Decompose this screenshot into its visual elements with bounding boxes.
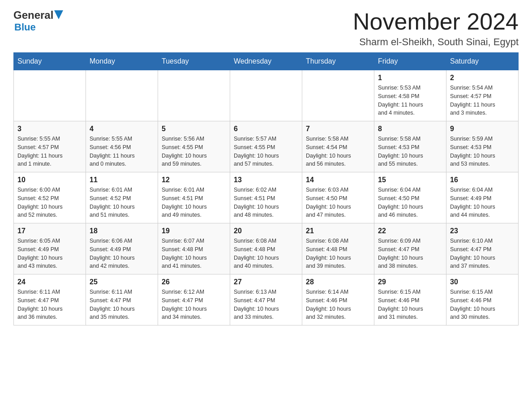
day-info: Sunrise: 6:06 AMSunset: 4:49 PMDaylight:… bbox=[90, 237, 154, 270]
day-number: 10 bbox=[17, 176, 82, 184]
day-info: Sunrise: 5:54 AMSunset: 4:57 PMDaylight:… bbox=[450, 84, 515, 117]
calendar-week-1: 1Sunrise: 5:53 AMSunset: 4:58 PMDaylight… bbox=[14, 70, 519, 121]
header-day-tuesday: Tuesday bbox=[158, 53, 230, 70]
title-section: November 2024 Sharm el-Sheikh, South Sin… bbox=[353, 9, 519, 48]
header-day-saturday: Saturday bbox=[446, 53, 519, 70]
day-info: Sunrise: 6:04 AMSunset: 4:49 PMDaylight:… bbox=[450, 186, 515, 219]
calendar-cell: 23Sunrise: 6:10 AMSunset: 4:47 PMDayligh… bbox=[446, 223, 519, 274]
page-title: November 2024 bbox=[353, 9, 519, 34]
day-info: Sunrise: 6:07 AMSunset: 4:48 PMDaylight:… bbox=[162, 237, 226, 270]
svg-marker-0 bbox=[54, 10, 63, 19]
day-number: 4 bbox=[90, 125, 154, 133]
day-info: Sunrise: 5:56 AMSunset: 4:55 PMDaylight:… bbox=[162, 135, 226, 168]
day-number: 28 bbox=[306, 278, 370, 286]
day-number: 7 bbox=[306, 125, 370, 133]
calendar-cell: 21Sunrise: 6:08 AMSunset: 4:48 PMDayligh… bbox=[302, 223, 374, 274]
calendar-cell: 1Sunrise: 5:53 AMSunset: 4:58 PMDaylight… bbox=[374, 70, 446, 121]
calendar-cell bbox=[230, 70, 302, 121]
day-info: Sunrise: 6:05 AMSunset: 4:49 PMDaylight:… bbox=[17, 237, 82, 270]
day-number: 19 bbox=[162, 227, 226, 235]
day-info: Sunrise: 5:57 AMSunset: 4:55 PMDaylight:… bbox=[234, 135, 298, 168]
header-day-wednesday: Wednesday bbox=[230, 53, 302, 70]
day-info: Sunrise: 6:10 AMSunset: 4:47 PMDaylight:… bbox=[450, 237, 515, 270]
calendar-cell bbox=[158, 70, 230, 121]
day-number: 22 bbox=[378, 227, 442, 235]
day-info: Sunrise: 5:58 AMSunset: 4:53 PMDaylight:… bbox=[378, 135, 442, 168]
day-number: 20 bbox=[234, 227, 298, 235]
day-info: Sunrise: 6:14 AMSunset: 4:46 PMDaylight:… bbox=[306, 288, 370, 321]
calendar-cell: 15Sunrise: 6:04 AMSunset: 4:50 PMDayligh… bbox=[374, 172, 446, 223]
calendar-cell: 25Sunrise: 6:11 AMSunset: 4:47 PMDayligh… bbox=[86, 274, 158, 325]
day-number: 25 bbox=[90, 278, 154, 286]
calendar-cell: 4Sunrise: 5:55 AMSunset: 4:56 PMDaylight… bbox=[86, 121, 158, 172]
day-info: Sunrise: 6:01 AMSunset: 4:52 PMDaylight:… bbox=[90, 186, 154, 219]
day-info: Sunrise: 5:58 AMSunset: 4:54 PMDaylight:… bbox=[306, 135, 370, 168]
day-info: Sunrise: 6:08 AMSunset: 4:48 PMDaylight:… bbox=[234, 237, 298, 270]
day-info: Sunrise: 6:02 AMSunset: 4:51 PMDaylight:… bbox=[234, 186, 298, 219]
calendar-week-3: 10Sunrise: 6:00 AMSunset: 4:52 PMDayligh… bbox=[14, 172, 519, 223]
calendar-cell: 12Sunrise: 6:01 AMSunset: 4:51 PMDayligh… bbox=[158, 172, 230, 223]
day-number: 6 bbox=[234, 125, 298, 133]
header-day-thursday: Thursday bbox=[302, 53, 374, 70]
day-number: 1 bbox=[378, 74, 442, 82]
day-info: Sunrise: 6:13 AMSunset: 4:47 PMDaylight:… bbox=[234, 288, 298, 321]
calendar-cell: 6Sunrise: 5:57 AMSunset: 4:55 PMDaylight… bbox=[230, 121, 302, 172]
day-number: 8 bbox=[378, 125, 442, 133]
day-info: Sunrise: 6:12 AMSunset: 4:47 PMDaylight:… bbox=[162, 288, 226, 321]
day-number: 12 bbox=[162, 176, 226, 184]
calendar-cell: 14Sunrise: 6:03 AMSunset: 4:50 PMDayligh… bbox=[302, 172, 374, 223]
day-number: 30 bbox=[450, 278, 515, 286]
day-number: 5 bbox=[162, 125, 226, 133]
day-number: 21 bbox=[306, 227, 370, 235]
day-number: 11 bbox=[90, 176, 154, 184]
day-info: Sunrise: 6:00 AMSunset: 4:52 PMDaylight:… bbox=[17, 186, 82, 219]
day-number: 16 bbox=[450, 176, 515, 184]
day-info: Sunrise: 6:08 AMSunset: 4:48 PMDaylight:… bbox=[306, 237, 370, 270]
calendar-cell: 17Sunrise: 6:05 AMSunset: 4:49 PMDayligh… bbox=[14, 223, 86, 274]
day-info: Sunrise: 6:15 AMSunset: 4:46 PMDaylight:… bbox=[450, 288, 515, 321]
calendar-week-2: 3Sunrise: 5:55 AMSunset: 4:57 PMDaylight… bbox=[14, 121, 519, 172]
header-day-monday: Monday bbox=[86, 53, 158, 70]
calendar-cell bbox=[86, 70, 158, 121]
calendar-cell: 20Sunrise: 6:08 AMSunset: 4:48 PMDayligh… bbox=[230, 223, 302, 274]
day-number: 13 bbox=[234, 176, 298, 184]
page-subtitle: Sharm el-Sheikh, South Sinai, Egypt bbox=[353, 36, 519, 48]
day-info: Sunrise: 6:04 AMSunset: 4:50 PMDaylight:… bbox=[378, 186, 442, 219]
calendar-cell: 22Sunrise: 6:09 AMSunset: 4:47 PMDayligh… bbox=[374, 223, 446, 274]
day-number: 24 bbox=[17, 278, 82, 286]
day-number: 9 bbox=[450, 125, 515, 133]
day-number: 15 bbox=[378, 176, 442, 184]
calendar-cell: 16Sunrise: 6:04 AMSunset: 4:49 PMDayligh… bbox=[446, 172, 519, 223]
calendar-cell: 10Sunrise: 6:00 AMSunset: 4:52 PMDayligh… bbox=[14, 172, 86, 223]
calendar-cell bbox=[14, 70, 86, 121]
calendar-cell: 7Sunrise: 5:58 AMSunset: 4:54 PMDaylight… bbox=[302, 121, 374, 172]
day-info: Sunrise: 5:59 AMSunset: 4:53 PMDaylight:… bbox=[450, 135, 515, 168]
day-number: 26 bbox=[162, 278, 226, 286]
calendar-cell: 18Sunrise: 6:06 AMSunset: 4:49 PMDayligh… bbox=[86, 223, 158, 274]
day-info: Sunrise: 5:53 AMSunset: 4:58 PMDaylight:… bbox=[378, 84, 442, 117]
day-number: 29 bbox=[378, 278, 442, 286]
calendar-cell: 13Sunrise: 6:02 AMSunset: 4:51 PMDayligh… bbox=[230, 172, 302, 223]
header-day-friday: Friday bbox=[374, 53, 446, 70]
calendar-cell: 9Sunrise: 5:59 AMSunset: 4:53 PMDaylight… bbox=[446, 121, 519, 172]
day-info: Sunrise: 6:09 AMSunset: 4:47 PMDaylight:… bbox=[378, 237, 442, 270]
day-info: Sunrise: 6:11 AMSunset: 4:47 PMDaylight:… bbox=[90, 288, 154, 321]
day-number: 3 bbox=[17, 125, 82, 133]
calendar-cell: 8Sunrise: 5:58 AMSunset: 4:53 PMDaylight… bbox=[374, 121, 446, 172]
day-info: Sunrise: 6:11 AMSunset: 4:47 PMDaylight:… bbox=[17, 288, 82, 321]
calendar-cell: 29Sunrise: 6:15 AMSunset: 4:46 PMDayligh… bbox=[374, 274, 446, 325]
day-number: 14 bbox=[306, 176, 370, 184]
calendar-cell: 28Sunrise: 6:14 AMSunset: 4:46 PMDayligh… bbox=[302, 274, 374, 325]
page-header: General Blue November 2024 Sharm el-Shei… bbox=[13, 9, 519, 48]
calendar-header-row: SundayMondayTuesdayWednesdayThursdayFrid… bbox=[14, 53, 519, 70]
calendar-cell: 19Sunrise: 6:07 AMSunset: 4:48 PMDayligh… bbox=[158, 223, 230, 274]
calendar-week-4: 17Sunrise: 6:05 AMSunset: 4:49 PMDayligh… bbox=[14, 223, 519, 274]
day-number: 17 bbox=[17, 227, 82, 235]
calendar-cell bbox=[302, 70, 374, 121]
calendar-week-5: 24Sunrise: 6:11 AMSunset: 4:47 PMDayligh… bbox=[14, 274, 519, 325]
calendar-cell: 26Sunrise: 6:12 AMSunset: 4:47 PMDayligh… bbox=[158, 274, 230, 325]
logo-triangle-icon bbox=[54, 10, 63, 19]
logo: General Blue bbox=[13, 9, 63, 33]
logo-general-text: General bbox=[13, 9, 53, 21]
calendar-cell: 24Sunrise: 6:11 AMSunset: 4:47 PMDayligh… bbox=[14, 274, 86, 325]
